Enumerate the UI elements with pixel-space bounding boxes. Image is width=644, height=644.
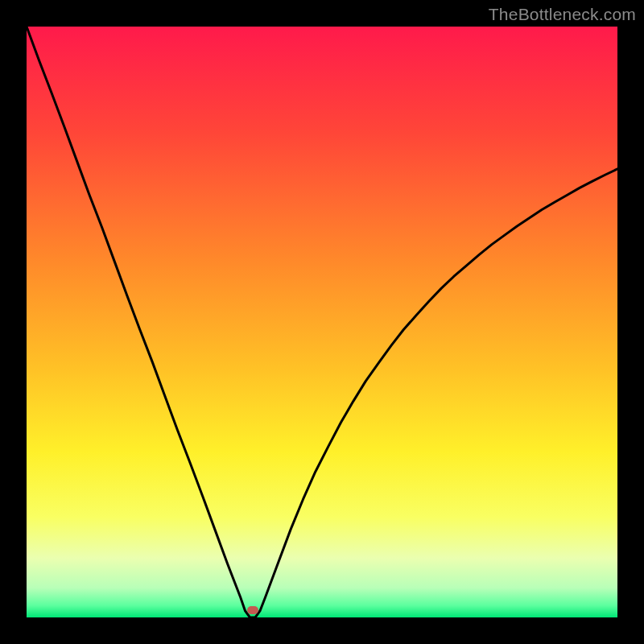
plot-area: [27, 27, 617, 617]
chart-stage: TheBottleneck.com: [0, 0, 644, 644]
bottleneck-curve: [27, 27, 617, 617]
watermark-text: TheBottleneck.com: [489, 5, 636, 24]
curve-layer: [27, 27, 617, 617]
optimal-marker: [247, 606, 258, 614]
